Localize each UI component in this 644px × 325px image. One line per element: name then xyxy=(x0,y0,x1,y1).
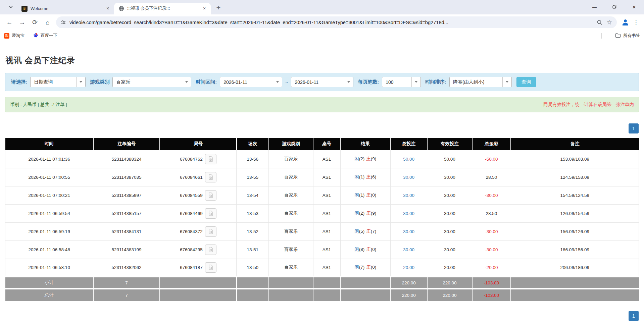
cell-session: 13-50 xyxy=(237,259,269,277)
site-info-icon[interactable] xyxy=(61,20,66,25)
cell-result: 闲(2)庄(9) xyxy=(340,204,390,222)
cell-payout: 28.50 xyxy=(472,204,511,222)
notice-text: 同局有效投注，统一计算在该局第一张注单内 xyxy=(543,102,634,108)
url-text[interactable]: videoie.com/game/betrecord_search/kind3?… xyxy=(69,20,593,25)
per-page-input[interactable]: 100 xyxy=(382,77,421,87)
tab-betrecord[interactable]: :::视讯 会员下注纪录::: ✕ xyxy=(114,3,211,14)
cell-game-kind: 百家乐 xyxy=(269,204,313,222)
page-1-button[interactable]: 1 xyxy=(629,311,639,321)
empty-cell xyxy=(340,289,390,301)
header-payout: 总派彩 xyxy=(472,138,511,150)
cell-valid-bet: 50.00 xyxy=(427,150,472,168)
film-icon xyxy=(208,228,214,234)
film-icon xyxy=(208,192,214,198)
cell-total-bet: 30.00 xyxy=(390,222,427,240)
forward-button[interactable]: → xyxy=(16,16,29,29)
new-tab-button[interactable]: + xyxy=(213,3,224,13)
result-banker-count: (9) xyxy=(371,211,377,216)
all-bookmarks-button[interactable]: 所有书签 xyxy=(615,33,640,39)
cell-note: 126.09/154.59 xyxy=(511,204,639,222)
chevron-down-icon[interactable] xyxy=(76,77,85,87)
cell-table: AS1 xyxy=(313,204,340,222)
date-range-label: 时间区间: xyxy=(196,79,217,85)
video-replay-button[interactable] xyxy=(205,172,216,182)
result-banker-count: (0) xyxy=(371,193,377,198)
cell-game-kind: 百家乐 xyxy=(269,222,313,240)
video-replay-button[interactable] xyxy=(205,262,216,273)
cell-table: AS1 xyxy=(313,222,340,240)
video-replay-button[interactable] xyxy=(205,226,216,237)
bookmark-taobao[interactable]: 淘 爱淘宝 xyxy=(4,33,24,39)
query-type-select[interactable]: 日期查询 xyxy=(30,77,86,87)
chevron-down-icon[interactable] xyxy=(273,77,282,87)
result-player-count: (2) xyxy=(359,211,365,216)
chevron-down-icon[interactable] xyxy=(411,77,420,87)
tab-welcome[interactable]: ♛ Welcome ✕ xyxy=(17,3,114,14)
cell-result: 闲(7)庄(0) xyxy=(340,259,390,277)
page-1-button[interactable]: 1 xyxy=(629,123,639,133)
empty-cell xyxy=(313,277,340,289)
page-title: 视讯 会员下注纪录 xyxy=(5,55,639,66)
total-payout: -103.00 xyxy=(472,289,511,301)
back-button[interactable]: ← xyxy=(3,16,16,29)
table-row: 2026-01-11 07:00:21 523114385997 6760845… xyxy=(5,186,639,204)
bookmark-baidu[interactable]: 百度一下 xyxy=(33,33,57,39)
bookmark-star-icon[interactable]: ☆ xyxy=(606,19,612,25)
header-note: 备注 xyxy=(511,138,639,150)
cell-game-kind: 百家乐 xyxy=(269,259,313,277)
url-bar[interactable]: videoie.com/game/betrecord_search/kind3?… xyxy=(56,16,617,28)
cell-game-kind: 百家乐 xyxy=(269,240,313,259)
browser-menu-icon[interactable]: ⋮ xyxy=(631,17,641,28)
zoom-icon[interactable] xyxy=(597,19,603,25)
cell-session: 13-56 xyxy=(237,150,269,168)
header-result: 结果 xyxy=(340,138,390,150)
total-bet-link[interactable]: 20.00 xyxy=(403,265,414,270)
profile-avatar[interactable] xyxy=(620,17,631,28)
chevron-down-icon[interactable] xyxy=(182,77,191,87)
close-window-button[interactable]: ✕ xyxy=(624,0,644,14)
total-bet-link[interactable]: 50.00 xyxy=(403,157,414,162)
game-kind-select[interactable]: 百家乐 xyxy=(112,77,191,87)
cell-payout: -20.00 xyxy=(472,259,511,277)
minimize-button[interactable]: — xyxy=(585,0,604,14)
subtotal-row: 小计 7 220.00 220.00 -103.00 xyxy=(5,277,639,289)
total-bet-link[interactable]: 30.00 xyxy=(403,175,414,180)
chevron-down-icon[interactable] xyxy=(344,77,353,87)
tab-search-button[interactable] xyxy=(6,3,15,12)
video-replay-button[interactable] xyxy=(205,154,216,164)
total-bet-link[interactable]: 30.00 xyxy=(403,247,414,252)
cell-time: 2026-01-11 07:01:36 xyxy=(5,150,93,168)
subtotal-label: 小计 xyxy=(5,277,93,289)
cell-game-kind: 百家乐 xyxy=(269,186,313,204)
cell-total-bet: 30.00 xyxy=(390,168,427,186)
tab-strip: ♛ Welcome ✕ :::视讯 会员下注纪录::: ✕ + — ✕ xyxy=(0,0,644,14)
total-bet-link[interactable]: 30.00 xyxy=(403,211,414,216)
sort-select[interactable]: 降幂(由大到小) xyxy=(449,77,512,87)
table-row: 2026-01-11 06:59:54 523114385157 6760844… xyxy=(5,204,639,222)
result-player: 闲 xyxy=(354,247,359,252)
search-button[interactable]: 查询 xyxy=(516,77,536,87)
video-replay-button[interactable] xyxy=(205,245,216,255)
reload-button[interactable]: ⟳ xyxy=(29,16,41,29)
result-player-count: (8) xyxy=(359,247,365,252)
date-end-input[interactable]: 2026-01-11 xyxy=(291,77,353,87)
total-bet-link[interactable]: 30.00 xyxy=(403,193,414,198)
header-total-bet: 总投注 xyxy=(390,138,427,150)
video-replay-button[interactable] xyxy=(205,190,216,201)
restore-button[interactable] xyxy=(604,0,624,14)
video-replay-button[interactable] xyxy=(205,208,216,219)
subtotal-valid-bet: 220.00 xyxy=(427,277,472,289)
close-icon[interactable]: ✕ xyxy=(105,6,111,12)
bookmark-label: 百度一下 xyxy=(41,33,57,39)
summary-bar: 币别 : 人民币 | 总共 :7 注单 | 同局有效投注，统一计算在该局第一张注… xyxy=(5,97,639,112)
cell-valid-bet: 30.00 xyxy=(427,168,472,186)
home-button[interactable]: ⌂ xyxy=(41,16,54,29)
welcome-tab-favicon: ♛ xyxy=(21,6,28,12)
close-icon[interactable]: ✕ xyxy=(201,6,207,12)
total-bet-link[interactable]: 30.00 xyxy=(403,229,414,234)
cell-total-bet: 20.00 xyxy=(390,259,427,277)
date-start-input[interactable]: 2026-01-11 xyxy=(220,77,282,87)
filter-panel: 请选择: 日期查询 游戏类别 百家乐 时间区间: 2026-01-11 ~ 20… xyxy=(5,73,639,91)
chevron-down-icon[interactable] xyxy=(502,77,511,87)
header-game-kind: 游戏类别 xyxy=(269,138,313,150)
